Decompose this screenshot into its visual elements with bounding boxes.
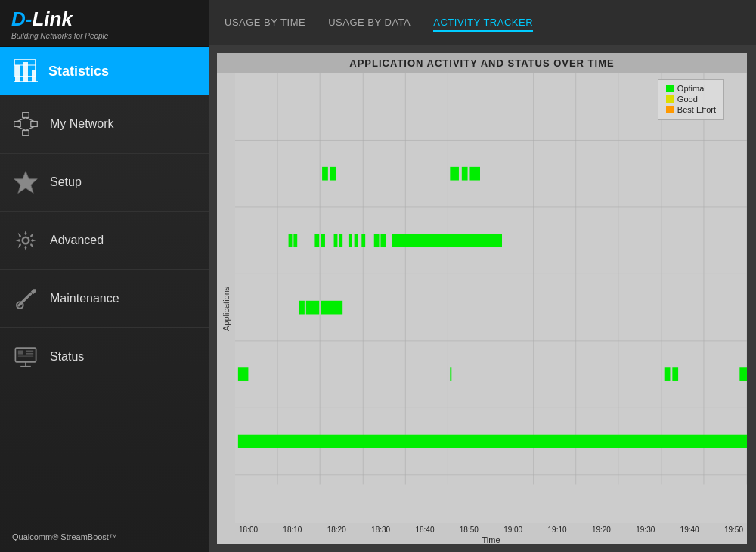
svg-line-10 xyxy=(17,118,26,122)
svg-rect-59 xyxy=(321,234,325,247)
svg-rect-52 xyxy=(330,167,336,181)
sidebar-label-status: Status xyxy=(50,350,84,364)
sidebar-label-advanced: Advanced xyxy=(50,234,104,247)
main-content: USAGE BY TIME USAGE BY DATA ACTIVITY TRA… xyxy=(209,0,756,552)
chart-container: APPLICATION ACTIVITY AND STATUS OVER TIM… xyxy=(209,45,756,552)
svg-rect-72 xyxy=(450,367,451,381)
svg-rect-22 xyxy=(18,351,23,355)
svg-rect-74 xyxy=(672,367,678,381)
logo: D-Link xyxy=(11,8,198,31)
svg-rect-0 xyxy=(15,65,20,82)
sidebar: D-Link Building Networks for People Stat… xyxy=(0,0,209,552)
svg-rect-6 xyxy=(23,113,29,118)
legend-besteffort: Best Effort xyxy=(666,105,716,114)
x-tick-1920: 19:20 xyxy=(592,526,611,534)
svg-rect-61 xyxy=(339,234,342,247)
svg-line-11 xyxy=(26,118,34,122)
x-axis-label: Time xyxy=(235,535,747,544)
x-axis-labels: 18:00 18:10 18:20 18:30 18:40 18:50 19:0… xyxy=(235,523,747,534)
top-tabs: USAGE BY TIME USAGE BY DATA ACTIVITY TRA… xyxy=(209,0,756,45)
chart-inner: Applications Optimal Good Best Effort xyxy=(217,73,747,544)
sidebar-item-setup[interactable]: Setup xyxy=(0,154,209,212)
svg-rect-63 xyxy=(355,234,358,247)
logo-subtitle: Building Networks for People xyxy=(11,32,198,40)
sidebar-item-advanced[interactable]: Advanced xyxy=(0,212,209,270)
good-label: Good xyxy=(677,95,698,104)
svg-rect-64 xyxy=(361,234,365,247)
logo-link: Link xyxy=(32,8,72,30)
x-tick-1840: 18:40 xyxy=(415,526,434,534)
svg-rect-67 xyxy=(392,234,502,247)
chart-icon xyxy=(12,57,39,85)
svg-rect-62 xyxy=(349,234,352,247)
svg-rect-75 xyxy=(739,367,747,381)
sidebar-item-maintenance[interactable]: Maintenance xyxy=(0,270,209,328)
svg-rect-51 xyxy=(322,167,328,181)
monitor-icon xyxy=(12,343,39,371)
wrench-icon xyxy=(12,285,39,312)
svg-point-15 xyxy=(23,237,29,244)
logo-area: D-Link Building Networks for People xyxy=(0,0,209,47)
optimal-label: Optimal xyxy=(677,84,706,93)
tab-usage-time[interactable]: USAGE BY TIME xyxy=(225,13,305,32)
x-tick-1930: 19:30 xyxy=(636,526,655,534)
optimal-dot xyxy=(666,85,674,92)
y-axis-label: Applications xyxy=(217,73,235,544)
svg-rect-19 xyxy=(15,348,36,362)
x-tick-1820: 18:20 xyxy=(327,526,346,534)
sidebar-label-setup: Setup xyxy=(50,175,82,189)
tab-usage-data[interactable]: USAGE BY DATA xyxy=(328,13,411,32)
svg-line-12 xyxy=(17,126,26,130)
svg-rect-57 xyxy=(293,234,297,247)
logo-d: D xyxy=(11,8,26,30)
svg-rect-66 xyxy=(380,234,386,247)
legend-optimal: Optimal xyxy=(666,84,716,93)
x-tick-1910: 19:10 xyxy=(548,526,567,534)
x-tick-1940: 19:40 xyxy=(680,526,699,534)
svg-rect-55 xyxy=(469,167,480,181)
svg-rect-23 xyxy=(18,355,33,357)
svg-rect-7 xyxy=(14,122,21,127)
network-icon xyxy=(12,110,39,138)
svg-rect-58 xyxy=(314,234,319,247)
sidebar-item-mynetwork[interactable]: My Network xyxy=(0,95,209,154)
svg-rect-56 xyxy=(289,234,293,247)
sidebar-item-statistics[interactable]: Statistics xyxy=(0,47,209,95)
svg-rect-25 xyxy=(26,353,33,355)
x-tick-1830: 18:30 xyxy=(371,526,390,534)
tab-activity-tracker[interactable]: ACTIVITY TRACKER xyxy=(433,13,533,32)
svg-rect-9 xyxy=(23,131,29,136)
svg-rect-68 xyxy=(299,301,305,315)
svg-rect-24 xyxy=(26,351,33,352)
x-tick-1900: 19:00 xyxy=(503,526,522,534)
svg-line-13 xyxy=(26,126,34,130)
sidebar-footer: Qualcomm® StreamBoost™ xyxy=(0,522,209,552)
x-tick-1950: 19:50 xyxy=(724,526,743,534)
chart-title: APPLICATION ACTIVITY AND STATUS OVER TIM… xyxy=(217,53,747,73)
besteffort-label: Best Effort xyxy=(677,105,716,114)
sidebar-label-mynetwork: My Network xyxy=(50,117,113,131)
gear-icon xyxy=(12,227,39,254)
sidebar-label-statistics: Statistics xyxy=(48,64,109,79)
x-tick-1850: 18:50 xyxy=(460,526,479,534)
grid-area: Email Youtube 360p Youtube 720p iOS Web … xyxy=(235,73,747,523)
sidebar-label-maintenance: Maintenance xyxy=(50,292,119,305)
svg-rect-70 xyxy=(321,301,342,315)
svg-rect-73 xyxy=(665,367,671,381)
x-tick-1800: 18:00 xyxy=(239,526,258,534)
svg-rect-71 xyxy=(238,367,249,381)
svg-rect-8 xyxy=(31,122,38,127)
besteffort-dot xyxy=(666,106,674,113)
svg-rect-65 xyxy=(374,234,380,247)
svg-rect-60 xyxy=(334,234,338,247)
chart-body: Optimal Good Best Effort xyxy=(235,73,747,544)
sidebar-item-status[interactable]: Status xyxy=(0,328,209,386)
svg-marker-14 xyxy=(14,172,38,194)
svg-rect-69 xyxy=(306,301,319,315)
svg-rect-53 xyxy=(450,167,459,181)
chart-legend: Optimal Good Best Effort xyxy=(658,79,724,120)
svg-rect-76 xyxy=(238,435,747,448)
good-dot xyxy=(666,95,674,103)
x-tick-1810: 18:10 xyxy=(283,526,302,534)
legend-good: Good xyxy=(666,95,716,104)
